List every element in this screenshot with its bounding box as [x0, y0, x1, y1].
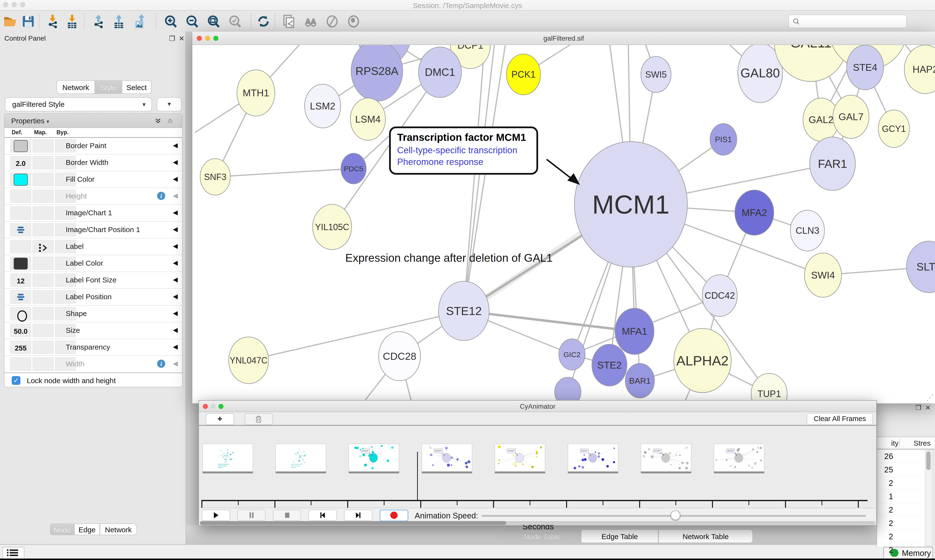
- style-selector[interactable]: galFiltered Style ▾: [5, 97, 152, 111]
- property-row[interactable]: 2.0Border Width◀: [5, 154, 182, 171]
- zoom-fit-icon[interactable]: [207, 14, 221, 29]
- first-neighbors-icon[interactable]: [303, 14, 318, 29]
- default-value[interactable]: 12: [11, 277, 31, 285]
- network-node[interactable]: [555, 377, 581, 403]
- network-node[interactable]: SNF3: [200, 158, 230, 195]
- mapping-cell[interactable]: [32, 307, 54, 320]
- expand-property-icon[interactable]: ◀: [173, 309, 178, 317]
- edge[interactable]: [464, 45, 484, 311]
- mapping-cell[interactable]: [32, 156, 54, 169]
- slider-thumb[interactable]: [671, 510, 680, 520]
- property-row[interactable]: Label◀: [5, 238, 182, 255]
- edge[interactable]: [215, 169, 353, 177]
- property-row[interactable]: Border Paint◀: [5, 138, 182, 154]
- delete-frame-button[interactable]: [245, 413, 273, 425]
- network-node[interactable]: STE12: [438, 281, 489, 341]
- mapping-cell[interactable]: [32, 274, 54, 287]
- network-node[interactable]: YIL105C: [313, 205, 352, 249]
- mapping-cell[interactable]: [32, 324, 54, 337]
- network-node[interactable]: CDC42: [702, 275, 737, 317]
- network-node[interactable]: GIC2: [559, 339, 585, 370]
- frame-thumbnail[interactable]: [641, 444, 691, 472]
- network-node[interactable]: SWI5: [641, 57, 671, 92]
- property-row[interactable]: Label Position◀: [5, 289, 182, 306]
- expand-all-icon[interactable]: [154, 117, 162, 125]
- network-node[interactable]: MFA1: [615, 308, 654, 354]
- search-input[interactable]: [802, 16, 901, 26]
- property-row[interactable]: Label Color◀: [5, 255, 182, 272]
- scrollbar-thumb[interactable]: [926, 451, 930, 470]
- property-row[interactable]: Image/Chart 1◀: [5, 205, 182, 222]
- property-row[interactable]: 255Transparency◀: [5, 339, 182, 356]
- clear-all-frames-button[interactable]: Clear All Frames: [807, 413, 873, 425]
- default-cell[interactable]: 255: [10, 341, 31, 354]
- default-cell[interactable]: [10, 357, 31, 371]
- open-session-icon[interactable]: [3, 14, 17, 29]
- hide-details-icon[interactable]: [325, 14, 339, 29]
- import-network-icon[interactable]: [45, 14, 60, 29]
- default-value[interactable]: 255: [11, 344, 31, 352]
- default-cell[interactable]: 12: [10, 274, 31, 287]
- export-table-icon[interactable]: [111, 14, 126, 29]
- network-node[interactable]: PDC5: [341, 153, 366, 184]
- mapping-cell[interactable]: [32, 173, 54, 186]
- style-options-button[interactable]: ▾: [157, 97, 182, 111]
- float-panel-icon[interactable]: ❐: [915, 404, 921, 412]
- resize-grip[interactable]: ⋰: [926, 393, 933, 402]
- tab-node-table[interactable]: Node Table: [503, 529, 581, 543]
- network-canvas[interactable]: DCP1RPS28ADMC1PCK1SWI5GAL80GAL11STE4HAP2…: [192, 45, 935, 403]
- info-icon[interactable]: i: [156, 191, 166, 202]
- ellipse-icon[interactable]: [16, 310, 28, 323]
- default-cell[interactable]: [10, 290, 31, 304]
- network-node[interactable]: DMC1: [418, 47, 461, 98]
- position-icon[interactable]: [16, 226, 26, 235]
- tab-select[interactable]: Select: [122, 80, 151, 94]
- network-node[interactable]: MFA2: [735, 190, 774, 235]
- default-cell[interactable]: [10, 173, 31, 186]
- cyanimator-titlebar[interactable]: CyAnimator: [199, 401, 876, 412]
- export-network-icon[interactable]: [91, 14, 106, 29]
- expand-property-icon[interactable]: ◀: [173, 276, 178, 283]
- default-cell[interactable]: [10, 139, 31, 152]
- expand-property-icon[interactable]: ◀: [173, 175, 178, 183]
- save-session-icon[interactable]: [21, 14, 35, 29]
- tab-edge[interactable]: Edge: [74, 523, 100, 535]
- edge[interactable]: [464, 45, 505, 311]
- annotation-link[interactable]: Pheromone response: [397, 157, 530, 167]
- network-node[interactable]: MTH1: [237, 70, 275, 116]
- lock-size-checkbox[interactable]: ✓: [12, 376, 20, 385]
- mapping-cell[interactable]: [32, 139, 54, 152]
- table-row[interactable]: 26: [877, 450, 925, 463]
- table-row[interactable]: 1: [877, 490, 925, 503]
- play-button[interactable]: [202, 510, 230, 521]
- property-row[interactable]: Heighti◀: [5, 188, 182, 205]
- tab-style[interactable]: Style: [95, 80, 122, 94]
- default-cell[interactable]: [10, 240, 31, 253]
- expand-property-icon[interactable]: ◀: [173, 192, 178, 200]
- tab-network[interactable]: Network: [57, 80, 95, 94]
- zoom-in-icon[interactable]: [164, 14, 178, 29]
- network-node[interactable]: SWI4: [804, 253, 841, 297]
- table-scrollbar[interactable]: [925, 450, 932, 546]
- collapse-all-icon[interactable]: [167, 117, 174, 125]
- expand-property-icon[interactable]: ◀: [173, 259, 178, 267]
- network-node[interactable]: CDC28: [379, 332, 421, 381]
- default-swatch[interactable]: [14, 140, 28, 152]
- stop-button[interactable]: [273, 510, 301, 521]
- timeline-scrollbar[interactable]: [200, 521, 875, 525]
- mapping-cell[interactable]: [32, 240, 54, 253]
- show-details-icon[interactable]: [346, 14, 361, 29]
- property-row[interactable]: Widthi◀: [5, 356, 182, 373]
- default-cell[interactable]: 2.0: [10, 156, 31, 169]
- tab-node[interactable]: Node: [50, 523, 74, 535]
- skip-to-end-button[interactable]: [344, 510, 372, 521]
- table-row[interactable]: 2: [877, 543, 925, 557]
- table-row[interactable]: 25: [877, 463, 925, 477]
- column-divider[interactable]: [900, 438, 900, 448]
- network-window-titlebar[interactable]: galFiltered.sif: [192, 32, 935, 45]
- frame-thumbnail[interactable]: [714, 444, 764, 472]
- expand-property-icon[interactable]: ◀: [173, 360, 178, 367]
- annotation-link[interactable]: Cell-type-specific transcription: [397, 145, 530, 155]
- network-node[interactable]: LSM4: [350, 98, 386, 140]
- default-cell[interactable]: [10, 206, 31, 220]
